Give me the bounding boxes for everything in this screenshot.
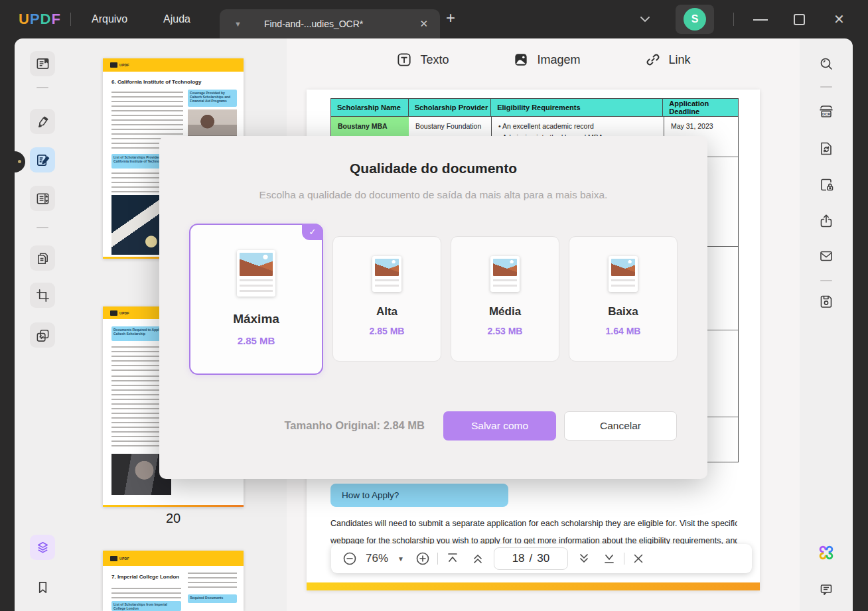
divider: [820, 280, 832, 281]
thumb-callout: Required Documents: [188, 594, 237, 603]
quality-preview-thumb: [237, 250, 275, 297]
page-current: 18: [512, 552, 525, 565]
quality-dialog: Qualidade do documento Escolha a qualida…: [159, 136, 707, 479]
divider: [36, 87, 48, 88]
save-icon[interactable]: [814, 289, 839, 314]
protect-icon[interactable]: [814, 172, 839, 197]
quality-label: Alta: [376, 305, 398, 318]
app-window: UPDF Arquivo Ajuda ▼ Find-and-...udies_O…: [0, 0, 868, 611]
table-cell-provider: Boustany Foundation: [415, 122, 490, 130]
copy-pages-button[interactable]: [30, 245, 55, 271]
text-icon: [396, 51, 413, 68]
table-cell-deadline: May 31, 2023: [671, 122, 737, 130]
quality-option-alta[interactable]: Alta 2.85 MB: [332, 236, 441, 362]
updf-chip-icon: [110, 310, 117, 316]
thumb-accent-bar: [103, 505, 244, 507]
first-page-button[interactable]: [445, 551, 461, 567]
quality-size: 2.85 MB: [238, 335, 275, 346]
menu-arquivo[interactable]: Arquivo: [92, 0, 127, 38]
page-thumbnail[interactable]: UPDF 7. Imperial College London List of …: [103, 551, 244, 611]
updf-chip-label: UPDF: [119, 63, 129, 67]
zoom-dropdown-icon[interactable]: ▼: [398, 555, 404, 563]
close-button[interactable]: ✕: [833, 11, 845, 27]
close-toolbar-button[interactable]: [631, 551, 646, 566]
mail-icon[interactable]: [814, 243, 839, 269]
table-header-row: Scholarship Name Scholarship Provider El…: [331, 99, 738, 117]
quality-option-maxima[interactable]: ✓ Máxima 2.85 MB: [189, 224, 323, 375]
body-line: Candidates will need to submit a separat…: [330, 515, 737, 532]
dialog-title: Qualidade do documento: [159, 161, 707, 176]
chevron-down-icon[interactable]: [638, 14, 652, 25]
menu-ajuda[interactable]: Ajuda: [163, 0, 190, 38]
thumb-page-header: UPDF: [103, 58, 244, 72]
zoom-level[interactable]: 76%: [366, 552, 388, 565]
edit-mode-button[interactable]: [30, 147, 55, 172]
quality-size: 2.53 MB: [488, 326, 523, 336]
quality-size: 2.85 MB: [370, 326, 405, 336]
layers-icon[interactable]: [30, 535, 55, 560]
zoom-out-button[interactable]: [342, 551, 358, 567]
crop-button[interactable]: [30, 283, 55, 308]
avatar: S: [684, 8, 706, 31]
imagem-button[interactable]: Imagem: [512, 51, 580, 68]
logo-letter: U: [19, 11, 30, 27]
organize-pages-button[interactable]: [30, 186, 55, 211]
updf-chip-icon: [110, 62, 117, 68]
search-icon[interactable]: [814, 51, 839, 76]
page-separator: /: [530, 552, 533, 565]
quality-label: Máxima: [233, 312, 279, 326]
minimize-button[interactable]: [753, 19, 768, 21]
quality-option-baixa[interactable]: Baixa 1.64 MB: [569, 236, 678, 362]
cancel-button[interactable]: Cancelar: [564, 411, 677, 441]
updf-chip-label: UPDF: [119, 311, 129, 315]
new-tab-button[interactable]: +: [446, 9, 455, 27]
page-total: 30: [537, 552, 549, 565]
reader-mode-button[interactable]: [30, 51, 55, 76]
link-button[interactable]: Link: [644, 51, 691, 68]
quality-option-media[interactable]: Média 2.53 MB: [451, 236, 559, 362]
ai-clover-icon[interactable]: [814, 540, 839, 565]
status-toolbar: 76% ▼ 18 / 30: [331, 544, 752, 573]
quality-preview-thumb: [372, 256, 401, 292]
divider: [36, 227, 48, 228]
original-size-label: Tamanho Original: 2.84 MB: [226, 419, 425, 432]
dialog-subtitle: Escolha a qualidade do documento de saíd…: [159, 189, 707, 201]
share-icon[interactable]: [814, 208, 839, 234]
table-header: Application Deadline: [663, 99, 738, 116]
zoom-in-button[interactable]: [415, 551, 431, 567]
divider: [624, 553, 624, 565]
convert-icon[interactable]: [814, 136, 839, 161]
save-as-button[interactable]: Salvar como: [443, 411, 556, 441]
page-number-input[interactable]: 18 / 30: [494, 547, 568, 570]
divider: [820, 86, 832, 88]
link-icon: [644, 51, 662, 68]
account-button[interactable]: S: [676, 5, 714, 34]
thumb-text-lines: [188, 573, 237, 591]
updf-chip-label: UPDF: [119, 557, 129, 561]
tab-close-icon[interactable]: ✕: [419, 18, 428, 30]
updf-chip-icon: [110, 556, 117, 561]
previous-page-button[interactable]: [470, 551, 486, 567]
comment-icon[interactable]: [814, 577, 839, 602]
selected-check-icon: ✓: [302, 224, 323, 240]
next-page-button[interactable]: [576, 551, 592, 567]
right-toolbar: OCR: [800, 38, 853, 611]
divider: [733, 13, 734, 26]
document-tab[interactable]: ▼ Find-and-...udies_OCR* ✕: [220, 9, 440, 38]
ocr-icon[interactable]: OCR: [814, 99, 839, 124]
highlighter-icon[interactable]: [30, 109, 55, 134]
panel-collapse-handle[interactable]: [15, 151, 25, 172]
last-page-button[interactable]: [601, 551, 617, 567]
quality-label: Baixa: [608, 305, 638, 318]
tab-dropdown-icon[interactable]: ▼: [234, 20, 242, 28]
extract-pages-button[interactable]: [30, 322, 55, 348]
texto-button[interactable]: Texto: [396, 51, 449, 68]
bookmark-icon[interactable]: [30, 575, 55, 600]
quality-size: 1.64 MB: [606, 326, 641, 336]
how-to-apply-callout: How to Apply?: [330, 484, 508, 507]
page-accent-bar: [307, 582, 760, 590]
quality-preview-thumb: [490, 256, 520, 292]
maximize-button[interactable]: [794, 14, 805, 25]
logo-letter: F: [51, 11, 60, 27]
table-header: Scholarship Name: [331, 99, 409, 116]
